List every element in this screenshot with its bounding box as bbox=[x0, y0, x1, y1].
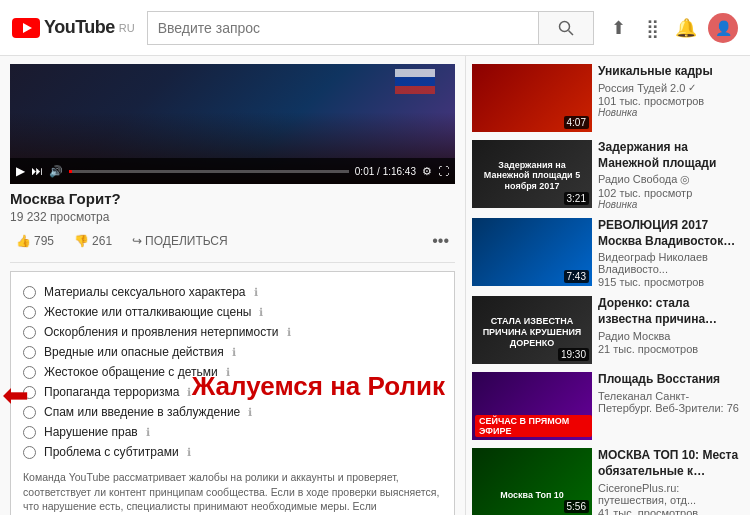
rec-info-2: РЕВОЛЮЦИЯ 2017 Москва Владивосток МИТИНГ… bbox=[598, 218, 742, 288]
info-icon-r2[interactable]: ℹ bbox=[259, 306, 263, 319]
avatar[interactable]: 👤 bbox=[708, 13, 738, 43]
report-radio-r9[interactable] bbox=[23, 446, 36, 459]
progress-bar[interactable] bbox=[69, 170, 349, 173]
rec-info-4: Площадь ВосстанияТелеканал Санкт-Петербу… bbox=[598, 372, 742, 440]
video-controls: ▶ ⏭ 🔊 0:01 / 1:16:43 ⚙ ⛶ bbox=[10, 158, 455, 184]
like-count: 795 bbox=[34, 234, 54, 248]
info-icon-r5[interactable]: ℹ bbox=[226, 366, 230, 379]
search-input[interactable] bbox=[147, 11, 538, 45]
rec-duration-2: 7:43 bbox=[564, 270, 589, 283]
info-icon-r1[interactable]: ℹ bbox=[254, 286, 258, 299]
share-button[interactable]: ↪ ПОДЕЛИТЬСЯ bbox=[126, 230, 234, 252]
share-icon: ↪ bbox=[132, 234, 142, 248]
settings-icon[interactable]: ⚙ bbox=[422, 165, 432, 178]
right-panel: 4:07Уникальные кадрыРоссия Тудей 2.0 ✓10… bbox=[465, 56, 750, 515]
report-option-r7[interactable]: Спам или введение в заблуждение ℹ bbox=[23, 402, 442, 422]
report-option-r4[interactable]: Вредные или опасные действия ℹ bbox=[23, 342, 442, 362]
rec-thumb-label-5: Москва Топ 10 bbox=[476, 490, 588, 501]
rec-title-4: Площадь Восстания bbox=[598, 372, 742, 388]
report-label-r2: Жестокие или отталкивающие сцены bbox=[44, 305, 251, 319]
report-radio-r3[interactable] bbox=[23, 326, 36, 339]
video-flag-overlay bbox=[395, 69, 435, 94]
upload-icon[interactable]: ⬆ bbox=[606, 16, 630, 40]
rec-channel-4: Телеканал Санкт-Петербург. Веб-Зрители: … bbox=[598, 390, 742, 414]
search-button[interactable] bbox=[538, 11, 594, 45]
svg-line-3 bbox=[569, 30, 574, 35]
play-button[interactable]: ▶ bbox=[16, 164, 25, 178]
report-option-r9[interactable]: Проблема с субтитрами ℹ bbox=[23, 442, 442, 462]
rec-thumb-1: Задержания на Манежной площади 5 ноября … bbox=[472, 140, 592, 208]
rec-item-4[interactable]: СЕЙЧАС В ПРЯМОМ ЭФИРЕПлощадь ВосстанияТе… bbox=[472, 372, 742, 440]
verified-icon-0: ✓ bbox=[688, 82, 696, 93]
report-radio-r1[interactable] bbox=[23, 286, 36, 299]
rec-meta-1: 102 тыс. просмотр bbox=[598, 187, 742, 199]
rec-duration-1: 3:21 bbox=[564, 192, 589, 205]
logo-text: YouTube bbox=[44, 17, 115, 38]
report-radio-r7[interactable] bbox=[23, 406, 36, 419]
report-option-r1[interactable]: Материалы сексуального характера ℹ bbox=[23, 282, 442, 302]
search-bar bbox=[147, 11, 594, 45]
share-label: ПОДЕЛИТЬСЯ bbox=[145, 234, 228, 248]
report-option-r8[interactable]: Нарушение прав ℹ bbox=[23, 422, 442, 442]
volume-icon[interactable]: 🔊 bbox=[49, 165, 63, 178]
rec-duration-5: 5:56 bbox=[564, 500, 589, 513]
info-icon-r3[interactable]: ℹ bbox=[287, 326, 291, 339]
report-option-r2[interactable]: Жестокие или отталкивающие сцены ℹ bbox=[23, 302, 442, 322]
rec-badge-0: Новинка bbox=[598, 107, 742, 118]
report-radio-r5[interactable] bbox=[23, 366, 36, 379]
rec-title-1: Задержания на Манежной площади bbox=[598, 140, 742, 171]
rec-item-1[interactable]: Задержания на Манежной площади 5 ноября … bbox=[472, 140, 742, 210]
report-dialog: Материалы сексуального характера ℹ Жесто… bbox=[10, 271, 455, 515]
rec-duration-3: 19:30 bbox=[558, 348, 589, 361]
fullscreen-icon[interactable]: ⛶ bbox=[438, 165, 449, 177]
youtube-logo-icon bbox=[12, 18, 40, 38]
report-radio-r6[interactable] bbox=[23, 386, 36, 399]
rec-item-3[interactable]: СТАЛА ИЗВЕСТНА ПРИЧИНА КРУШЕНИЯ ДОРЕНКО1… bbox=[472, 296, 742, 364]
report-label-r9: Проблема с субтитрами bbox=[44, 445, 179, 459]
more-button[interactable]: ••• bbox=[426, 228, 455, 254]
left-panel: ▶ ⏭ 🔊 0:01 / 1:16:43 ⚙ ⛶ Москва Горит? 1… bbox=[0, 56, 465, 515]
rec-badge-1: Новинка bbox=[598, 199, 742, 210]
info-icon-r4[interactable]: ℹ bbox=[232, 346, 236, 359]
rec-item-0[interactable]: 4:07Уникальные кадрыРоссия Тудей 2.0 ✓10… bbox=[472, 64, 742, 132]
rec-duration-0: 4:07 bbox=[564, 116, 589, 129]
header: YouTubeRU ⬆ ⣿ 🔔 👤 bbox=[0, 0, 750, 56]
report-options: Материалы сексуального характера ℹ Жесто… bbox=[23, 282, 442, 462]
report-option-r5[interactable]: Жестокое обращение с детьми ℹ bbox=[23, 362, 442, 382]
report-footer-text: Команда YouTube рассматривает жалобы на … bbox=[23, 470, 442, 515]
rec-item-2[interactable]: 7:43РЕВОЛЮЦИЯ 2017 Москва Владивосток МИ… bbox=[472, 218, 742, 288]
report-label-r4: Вредные или опасные действия bbox=[44, 345, 224, 359]
report-radio-r4[interactable] bbox=[23, 346, 36, 359]
like-button[interactable]: 👍 795 bbox=[10, 230, 60, 252]
rec-info-0: Уникальные кадрыРоссия Тудей 2.0 ✓101 ты… bbox=[598, 64, 742, 132]
time-display: 0:01 / 1:16:43 bbox=[355, 166, 416, 177]
rec-thumb-3: СТАЛА ИЗВЕСТНА ПРИЧИНА КРУШЕНИЯ ДОРЕНКО1… bbox=[472, 296, 592, 364]
info-icon-r6[interactable]: ℹ bbox=[187, 386, 191, 399]
dislike-button[interactable]: 👎 261 bbox=[68, 230, 118, 252]
rec-channel-0: Россия Тудей 2.0 ✓ bbox=[598, 82, 742, 94]
notifications-icon[interactable]: 🔔 bbox=[674, 16, 698, 40]
info-icon-r7[interactable]: ℹ bbox=[248, 406, 252, 419]
rec-info-3: Доренко: стала известна причина крушения… bbox=[598, 296, 742, 364]
report-label-r8: Нарушение прав bbox=[44, 425, 138, 439]
next-button[interactable]: ⏭ bbox=[31, 164, 43, 178]
report-radio-r8[interactable] bbox=[23, 426, 36, 439]
info-icon-r9[interactable]: ℹ bbox=[187, 446, 191, 459]
rec-channel-3: Радио Москва bbox=[598, 330, 742, 342]
rec-title-2: РЕВОЛЮЦИЯ 2017 Москва Владивосток МИТИНГ… bbox=[598, 218, 742, 249]
report-option-r6[interactable]: Пропаганда терроризма ℹ bbox=[23, 382, 442, 402]
rec-item-5[interactable]: Москва Топ 105:56МОСКВА ТОП 10: Места об… bbox=[472, 448, 742, 515]
report-label-r6: Пропаганда терроризма bbox=[44, 385, 179, 399]
rec-channel-2: Видеограф Николаев Владивосто... bbox=[598, 251, 742, 275]
report-option-r3[interactable]: Оскорбления и проявления нетерпимости ℹ bbox=[23, 322, 442, 342]
video-player[interactable]: ▶ ⏭ 🔊 0:01 / 1:16:43 ⚙ ⛶ bbox=[10, 64, 455, 184]
info-icon-r8[interactable]: ℹ bbox=[146, 426, 150, 439]
report-radio-r2[interactable] bbox=[23, 306, 36, 319]
logo-ru: RU bbox=[119, 22, 135, 34]
rec-thumb-5: Москва Топ 105:56 bbox=[472, 448, 592, 515]
apps-icon[interactable]: ⣿ bbox=[640, 16, 664, 40]
search-icon bbox=[558, 20, 574, 36]
rec-thumb-2: 7:43 bbox=[472, 218, 592, 286]
logo-area[interactable]: YouTubeRU bbox=[12, 17, 135, 38]
rec-thumb-label-1: Задержания на Манежной площади 5 ноября … bbox=[476, 160, 588, 192]
